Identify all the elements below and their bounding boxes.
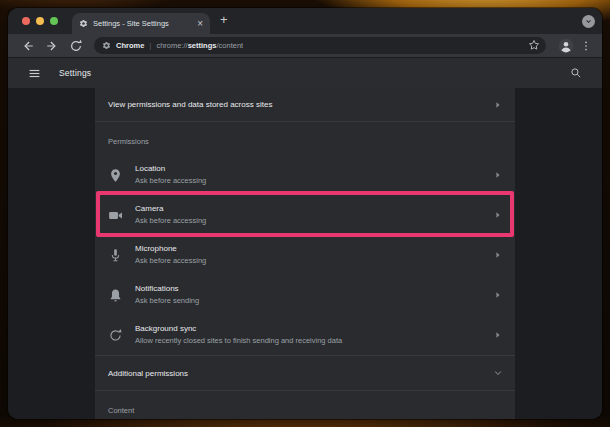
profile-avatar[interactable] <box>558 38 574 54</box>
permission-subtitle: Ask before sending <box>135 296 493 306</box>
permission-row-background-sync[interactable]: Background sync Allow recently closed si… <box>95 315 515 355</box>
camera-icon <box>108 208 123 223</box>
bell-icon <box>108 288 123 303</box>
page-title: Settings <box>59 68 91 78</box>
permission-row-notifications[interactable]: Notifications Ask before sending <box>95 275 515 315</box>
tab-strip: Settings - Site Settings × + <box>8 8 602 34</box>
hamburger-menu-icon[interactable] <box>28 67 41 80</box>
url-text: chrome://settings/content <box>156 41 243 50</box>
permission-row-location[interactable]: Location Ask before accessing <box>95 155 515 195</box>
permissions-section-label: Permissions <box>95 122 515 155</box>
chevron-right-icon <box>493 250 503 260</box>
permission-title: Camera <box>135 204 493 214</box>
minimize-window-button[interactable] <box>36 17 44 25</box>
chevron-right-icon <box>493 330 503 340</box>
back-button[interactable] <box>21 39 35 53</box>
chevron-right-icon <box>493 100 503 110</box>
site-settings-card: View permissions and data stored across … <box>95 88 515 419</box>
microphone-icon <box>108 248 123 263</box>
permission-subtitle: Allow recently closed sites to finish se… <box>135 336 493 346</box>
sync-icon <box>108 328 123 343</box>
settings-header: Settings <box>8 57 602 88</box>
chevron-right-icon <box>493 170 503 180</box>
browser-window: Settings - Site Settings × + Chrome | ch… <box>8 8 602 419</box>
permission-row-camera[interactable]: Camera Ask before accessing <box>95 195 515 235</box>
tab-title: Settings - Site Settings <box>93 19 192 28</box>
reload-button[interactable] <box>69 39 83 53</box>
tab-search-button[interactable] <box>582 15 595 28</box>
permission-title: Location <box>135 164 493 174</box>
additional-permissions-row[interactable]: Additional permissions <box>95 356 515 390</box>
permission-title: Background sync <box>135 324 493 334</box>
browser-menu-button[interactable] <box>580 39 592 53</box>
search-icon[interactable] <box>570 67 582 79</box>
tab-settings[interactable]: Settings - Site Settings × <box>72 13 210 34</box>
permission-title: Microphone <box>135 244 493 254</box>
gear-icon <box>79 19 88 28</box>
location-pin-icon <box>108 168 123 183</box>
chevron-right-icon <box>493 210 503 220</box>
bookmark-star-icon[interactable] <box>528 39 540 51</box>
permission-subtitle: Ask before accessing <box>135 176 493 186</box>
address-bar[interactable]: Chrome | chrome://settings/content <box>94 37 546 54</box>
permission-row-microphone[interactable]: Microphone Ask before accessing <box>95 235 515 275</box>
new-tab-button[interactable]: + <box>220 13 228 26</box>
window-controls <box>22 17 58 25</box>
browser-toolbar: Chrome | chrome://settings/content <box>8 34 602 57</box>
settings-content: View permissions and data stored across … <box>8 88 602 419</box>
view-permissions-label: View permissions and data stored across … <box>108 100 493 109</box>
tab-close-icon[interactable]: × <box>197 19 203 29</box>
permission-subtitle: Ask before accessing <box>135 216 493 226</box>
close-window-button[interactable] <box>22 17 30 25</box>
permission-title: Notifications <box>135 284 493 294</box>
permission-subtitle: Ask before accessing <box>135 256 493 266</box>
omnibox-separator: | <box>149 41 151 50</box>
content-section-label: Content <box>95 391 515 419</box>
chevron-down-icon <box>584 17 593 26</box>
chevron-down-icon <box>493 368 503 378</box>
chevron-right-icon <box>493 290 503 300</box>
zoom-window-button[interactable] <box>50 17 58 25</box>
forward-button[interactable] <box>45 39 59 53</box>
origin-chip-label: Chrome <box>116 41 144 50</box>
additional-permissions-label: Additional permissions <box>108 369 493 378</box>
gear-icon <box>102 41 111 50</box>
view-permissions-row[interactable]: View permissions and data stored across … <box>95 88 515 121</box>
